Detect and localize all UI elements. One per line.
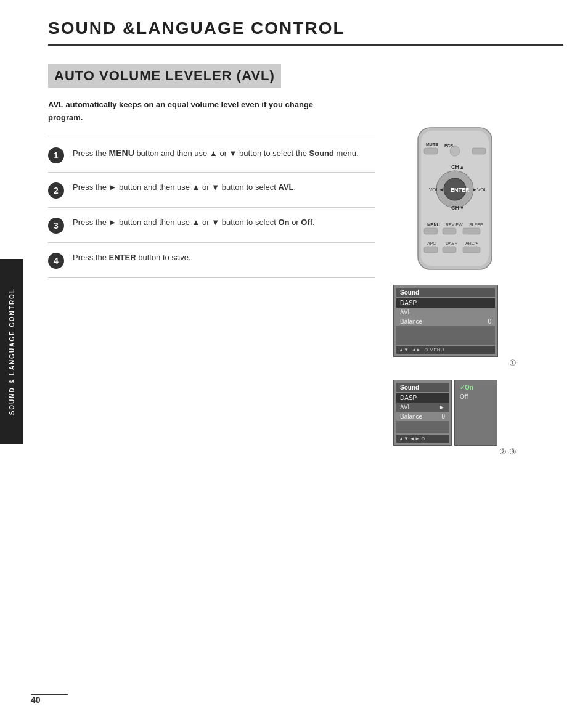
avl-option-on: ✓On bbox=[457, 383, 494, 392]
step-number-1: 1 bbox=[48, 147, 64, 163]
menu-screenshot-2: Sound DASP AVL► Balance0 ▲▼ ◄► ⊙ bbox=[393, 380, 452, 446]
sidebar-text: SOUND & LANGUAGE CONTROL bbox=[9, 288, 15, 415]
section-title: AUTO VOLUME LEVELER (AVL) bbox=[48, 64, 281, 88]
menu1-footer: ▲▼ ◄► ⊙ MENU bbox=[396, 346, 495, 354]
remote-svg: MUTE FCR CH▲ ENTER VOL◄ ►VOL CH▼ bbox=[409, 125, 501, 272]
step-1: 1 Press the MENU button and then use ▲ o… bbox=[48, 137, 375, 173]
step-number-3: 3 bbox=[48, 218, 64, 234]
svg-text:MENU: MENU bbox=[427, 223, 440, 227]
step-text-3: Press the ► button and then use ▲ or ▼ b… bbox=[73, 216, 315, 229]
svg-rect-6 bbox=[472, 148, 486, 154]
step3-on: On bbox=[278, 218, 289, 227]
page-title: SOUND &LANGUAGE CONTROL bbox=[48, 18, 563, 46]
svg-text:CH▼: CH▼ bbox=[451, 205, 465, 211]
menu2-header: Sound bbox=[396, 383, 449, 392]
menu2-item-dasp: DASP bbox=[396, 393, 449, 403]
svg-text:MUTE: MUTE bbox=[426, 142, 438, 147]
menu2-footer: ▲▼ ◄► ⊙ bbox=[396, 435, 449, 443]
svg-rect-25 bbox=[463, 247, 480, 253]
screenshot-pair: Sound DASP AVL► Balance0 ▲▼ ◄► ⊙ ✓On Off bbox=[393, 380, 517, 446]
svg-text:DASP: DASP bbox=[446, 241, 457, 245]
step-2: 2 Press the ► button and then use ▲ or ▼… bbox=[48, 173, 375, 208]
step-3: 3 Press the ► button and then use ▲ or ▼… bbox=[48, 208, 375, 243]
content-layout: 1 Press the MENU button and then use ▲ o… bbox=[48, 137, 563, 456]
menu2-item-avl: AVL► bbox=[396, 403, 449, 412]
avl-option-off: Off bbox=[457, 392, 494, 401]
sidebar-label: SOUND & LANGUAGE CONTROL bbox=[0, 259, 23, 444]
svg-rect-24 bbox=[443, 247, 456, 253]
menu-screenshot-1: Sound DASP AVL Balance0 ▲▼ ◄► ⊙ MENU bbox=[393, 285, 498, 357]
svg-rect-18 bbox=[443, 228, 456, 234]
menu1-item-dasp: DASP bbox=[396, 298, 495, 308]
step1-sound-bold: Sound bbox=[309, 149, 334, 158]
svg-text:APC: APC bbox=[427, 241, 436, 245]
svg-rect-23 bbox=[424, 247, 438, 253]
step-indicator-1: ① bbox=[393, 358, 517, 367]
svg-rect-17 bbox=[424, 228, 438, 234]
step-text-1: Press the MENU button and then use ▲ or … bbox=[73, 146, 359, 160]
svg-text:REVIEW: REVIEW bbox=[446, 223, 463, 227]
svg-text:ENTER: ENTER bbox=[451, 187, 470, 193]
svg-text:FCR: FCR bbox=[444, 144, 453, 148]
svg-text:►VOL: ►VOL bbox=[472, 187, 487, 192]
svg-text:SLEEP: SLEEP bbox=[469, 223, 483, 227]
menu2-balance: Balance0 bbox=[396, 412, 449, 421]
step-text-4: Press the ENTER button to save. bbox=[73, 252, 191, 264]
description: AVL automatically keeps on an equal volu… bbox=[48, 99, 344, 125]
sidebar: SOUND & LANGUAGE CONTROL bbox=[0, 0, 23, 717]
svg-rect-19 bbox=[463, 228, 480, 234]
svg-text:ARC/+: ARC/+ bbox=[465, 241, 478, 245]
step-text-2: Press the ► button and then use ▲ or ▼ b… bbox=[73, 181, 296, 194]
svg-rect-3 bbox=[424, 148, 438, 154]
remote-container: MUTE FCR CH▲ ENTER VOL◄ ►VOL CH▼ bbox=[393, 125, 517, 272]
menu1-header: Sound bbox=[396, 288, 495, 297]
main-content: SOUND &LANGUAGE CONTROL AUTO VOLUME LEVE… bbox=[23, 0, 588, 475]
menu1-item-avl: AVL bbox=[396, 308, 495, 317]
svg-text:CH▲: CH▲ bbox=[451, 164, 465, 170]
step1-menu-bold: MENU bbox=[109, 148, 134, 158]
svg-text:VOL◄: VOL◄ bbox=[429, 187, 444, 192]
step-indicator-23: ② ③ bbox=[393, 447, 517, 456]
step-4: 4 Press the ENTER button to save. bbox=[48, 243, 375, 278]
step3-off: Off bbox=[301, 218, 312, 227]
menu23-container: Sound DASP AVL► Balance0 ▲▼ ◄► ⊙ ✓On Off bbox=[393, 380, 517, 456]
step2-avl-bold: AVL bbox=[278, 182, 293, 192]
step-number-2: 2 bbox=[48, 182, 64, 199]
steps-column: 1 Press the MENU button and then use ▲ o… bbox=[48, 137, 375, 278]
menu1-container: Sound DASP AVL Balance0 ▲▼ ◄► ⊙ MENU ① bbox=[393, 285, 517, 367]
page-number: 40 bbox=[31, 695, 41, 705]
avl-submenu: ✓On Off bbox=[454, 380, 497, 446]
step-number-4: 4 bbox=[48, 253, 64, 269]
images-column: MUTE FCR CH▲ ENTER VOL◄ ►VOL CH▼ bbox=[393, 125, 517, 456]
menu1-balance: Balance0 bbox=[396, 317, 495, 326]
step4-enter-bold: ENTER bbox=[109, 253, 136, 262]
